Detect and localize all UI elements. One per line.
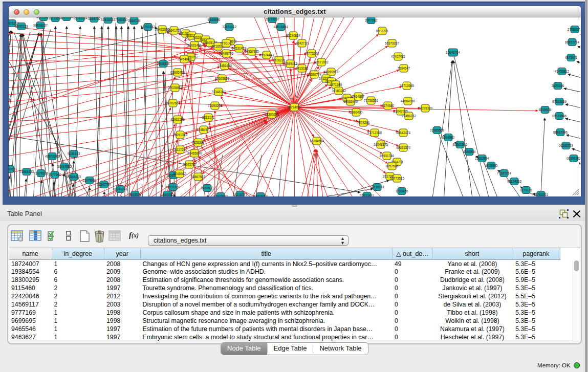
svg-text:71093248: 71093248 (208, 103, 223, 107)
svg-text:46872343: 46872343 (45, 154, 60, 158)
svg-text:92322602: 92322602 (213, 194, 228, 196)
svg-text:27484677: 27484677 (197, 127, 211, 131)
svg-text:32871012: 32871012 (222, 25, 237, 28)
svg-text:99386774: 99386774 (307, 72, 322, 76)
svg-text:6934060: 6934060 (442, 135, 455, 139)
svg-text:3623166: 3623166 (552, 83, 564, 87)
svg-text:95134332: 95134332 (507, 179, 522, 183)
svg-text:2905334: 2905334 (157, 61, 170, 65)
svg-text:4873471: 4873471 (565, 55, 578, 59)
svg-text:83561595: 83561595 (453, 142, 468, 146)
svg-text:2677360: 2677360 (49, 172, 61, 176)
svg-text:85574443: 85574443 (259, 53, 274, 56)
svg-text:01965569: 01965569 (430, 128, 445, 132)
svg-text:77387214: 77387214 (497, 171, 512, 174)
svg-text:8692221: 8692221 (376, 29, 389, 32)
svg-text:34216073: 34216073 (233, 192, 248, 196)
svg-text:80841241: 80841241 (113, 187, 128, 190)
svg-text:09670546: 09670546 (552, 114, 567, 117)
svg-text:53773515: 53773515 (390, 176, 405, 180)
svg-text:3164752: 3164752 (88, 17, 101, 20)
svg-text:44064090: 44064090 (401, 99, 416, 102)
svg-text:7464887: 7464887 (352, 94, 365, 98)
svg-text:47775204: 47775204 (304, 51, 319, 55)
svg-text:3990490: 3990490 (350, 110, 363, 114)
svg-text:49651370: 49651370 (396, 145, 411, 149)
svg-text:53419283: 53419283 (101, 17, 116, 21)
svg-text:99854353: 99854353 (67, 174, 81, 178)
svg-text:3518233: 3518233 (273, 58, 286, 61)
svg-text:4493534: 4493534 (129, 192, 142, 196)
svg-text:1640052: 1640052 (161, 192, 174, 196)
svg-text:06990162: 06990162 (567, 156, 580, 160)
svg-text:9136193: 9136193 (68, 151, 80, 155)
svg-text:68011280: 68011280 (166, 185, 180, 188)
svg-text:4846564: 4846564 (463, 149, 476, 153)
svg-text:8215938: 8215938 (539, 107, 552, 111)
svg-text:5674680: 5674680 (382, 103, 395, 107)
svg-text:26916697: 26916697 (265, 17, 280, 21)
svg-text:18702621: 18702621 (166, 101, 181, 104)
svg-text:63605766: 63605766 (170, 70, 185, 74)
svg-text:06562729: 06562729 (559, 143, 574, 147)
svg-text:36183242: 36183242 (332, 89, 346, 92)
svg-text:2087682: 2087682 (365, 18, 378, 21)
svg-text:74989413: 74989413 (283, 61, 298, 65)
svg-text:15451680: 15451680 (217, 63, 232, 67)
svg-text:45961586: 45961586 (170, 117, 185, 121)
svg-text:1733426: 1733426 (396, 189, 408, 192)
svg-text:16648764: 16648764 (446, 50, 461, 54)
svg-text:27889579: 27889579 (568, 27, 580, 31)
svg-text:9600133: 9600133 (15, 24, 28, 28)
svg-text:19065940: 19065940 (343, 99, 358, 103)
svg-text:7770143: 7770143 (220, 41, 233, 45)
svg-text:9413186: 9413186 (296, 66, 309, 70)
svg-text:51079911: 51079911 (82, 178, 97, 182)
svg-text:8613171: 8613171 (202, 115, 215, 119)
svg-text:90838637: 90838637 (33, 23, 48, 27)
svg-text:21456232: 21456232 (402, 114, 417, 117)
svg-text:35240824: 35240824 (286, 33, 301, 37)
svg-text:18300295: 18300295 (265, 112, 279, 116)
svg-text:70348247: 70348247 (211, 90, 226, 93)
svg-text:7594647: 7594647 (398, 66, 410, 70)
svg-text:64990913: 64990913 (324, 70, 339, 73)
svg-text:85931746: 85931746 (380, 154, 395, 157)
svg-text:95931034: 95931034 (73, 17, 88, 20)
svg-text:35454948: 35454948 (177, 57, 192, 60)
svg-text:13542784: 13542784 (97, 182, 112, 186)
svg-text:43455812: 43455812 (555, 69, 570, 73)
svg-text:69379237: 69379237 (385, 41, 400, 45)
svg-text:36763201: 36763201 (534, 192, 549, 196)
svg-text:58867533: 58867533 (191, 174, 206, 178)
svg-text:0842710: 0842710 (296, 41, 309, 45)
svg-text:53767242: 53767242 (141, 25, 156, 28)
svg-text:16048175: 16048175 (374, 142, 388, 146)
svg-text:4436995: 4436995 (485, 163, 498, 167)
svg-text:23662994: 23662994 (475, 156, 490, 160)
svg-text:16117240: 16117240 (173, 147, 187, 151)
svg-text:86872774: 86872774 (565, 40, 580, 43)
svg-text:28498776: 28498776 (219, 51, 234, 55)
svg-text:87603669: 87603669 (552, 99, 567, 103)
svg-text:48018451: 48018451 (274, 25, 289, 28)
svg-text:87603859: 87603859 (215, 76, 230, 80)
svg-text:7874296: 7874296 (357, 120, 370, 124)
svg-text:11671902: 11671902 (314, 60, 329, 63)
svg-text:58842474: 58842474 (396, 130, 411, 134)
svg-text:47407482: 47407482 (391, 54, 406, 58)
svg-text:21465840: 21465840 (187, 151, 202, 155)
svg-text:74395339: 74395339 (418, 106, 433, 110)
svg-text:19384554: 19384554 (310, 139, 324, 142)
svg-text:99737631: 99737631 (9, 167, 17, 170)
svg-text:14136141: 14136141 (370, 185, 385, 188)
svg-text:7816184: 7816184 (60, 17, 73, 19)
svg-text:7826398: 7826398 (192, 140, 205, 144)
svg-text:8267586: 8267586 (386, 164, 399, 167)
svg-text:32870831: 32870831 (360, 193, 375, 196)
svg-text:50097882: 50097882 (57, 164, 72, 168)
svg-text:7648350: 7648350 (115, 17, 128, 21)
svg-text:0564139: 0564139 (128, 18, 141, 22)
svg-text:5045562: 5045562 (173, 171, 186, 175)
svg-text:01065133: 01065133 (19, 169, 34, 173)
